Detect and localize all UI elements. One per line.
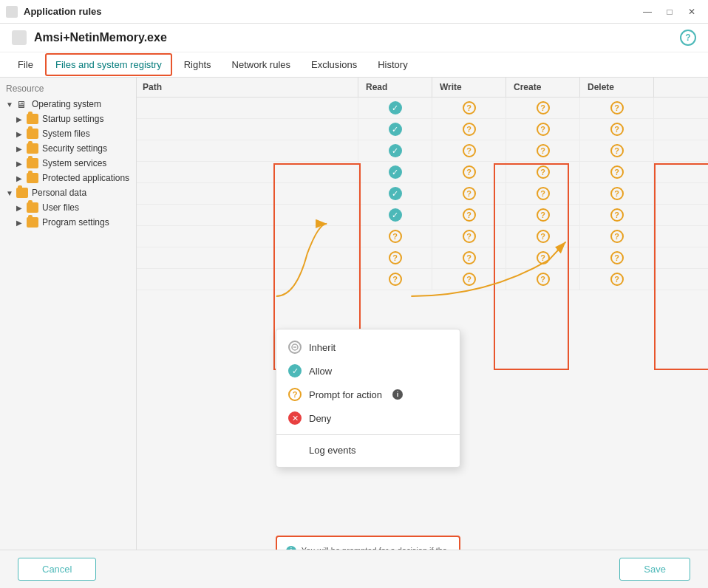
- question-icon: ?: [610, 273, 624, 286]
- tab-files-system-registry[interactable]: Files and system registry: [45, 53, 172, 76]
- cell-create[interactable]: ?: [506, 183, 580, 204]
- table-row[interactable]: ✓ ? ? ?: [137, 119, 708, 140]
- cell-write[interactable]: ?: [432, 247, 506, 268]
- cell-write[interactable]: ?: [432, 119, 506, 140]
- folder-icon: [27, 217, 38, 228]
- question-icon: ?: [463, 165, 476, 179]
- tree-item-system-services[interactable]: ▶ System services: [0, 156, 136, 171]
- cell-delete[interactable]: ?: [580, 183, 654, 204]
- cell-path: [137, 226, 358, 247]
- cell-delete[interactable]: ?: [580, 162, 654, 182]
- tab-network-rules[interactable]: Network rules: [223, 55, 299, 75]
- cell-delete[interactable]: ?: [580, 269, 654, 290]
- check-icon: ✓: [389, 165, 402, 179]
- cell-path: [137, 247, 358, 268]
- table-row[interactable]: ✓ ? ? ?: [137, 98, 708, 119]
- cell-write[interactable]: ?: [432, 162, 506, 182]
- cancel-button[interactable]: Cancel: [18, 558, 96, 581]
- cell-write[interactable]: ?: [432, 205, 506, 225]
- cell-create[interactable]: ?: [506, 98, 580, 118]
- dropdown-divider: [276, 434, 460, 435]
- cell-delete[interactable]: ?: [580, 226, 654, 247]
- tree-item-operating-system[interactable]: ▼ 🖥 Operating system: [0, 97, 136, 112]
- tree-item-program-settings[interactable]: ▶ Program settings: [0, 215, 136, 230]
- col-write: Write: [432, 78, 506, 97]
- cell-create[interactable]: ?: [506, 140, 580, 161]
- dropdown-allow[interactable]: ✓ Allow: [276, 359, 460, 383]
- prompt-label: Prompt for action: [309, 389, 382, 400]
- tree-label: Program settings: [42, 217, 109, 228]
- cell-delete[interactable]: ?: [580, 247, 654, 268]
- col-read: Read: [358, 78, 432, 97]
- table-row[interactable]: ✓ ? ? ?: [137, 140, 708, 162]
- cell-read[interactable]: ?: [358, 226, 432, 247]
- cell-delete[interactable]: ?: [580, 140, 654, 161]
- cell-create[interactable]: ?: [506, 269, 580, 290]
- table-row[interactable]: ✓ ? ? ?: [137, 205, 708, 226]
- application-window: Application rules — □ ✕ Amsi+NetinMemory…: [0, 0, 708, 588]
- tabs-bar: File Files and system registry Rights Ne…: [0, 52, 708, 78]
- table-row[interactable]: ? ? ? ?: [137, 269, 708, 290]
- cell-write[interactable]: ?: [432, 226, 506, 247]
- question-icon: ?: [610, 144, 624, 157]
- tree-label: System services: [42, 158, 106, 168]
- dropdown-inherit[interactable]: Inherit: [276, 335, 460, 359]
- question-icon: ?: [463, 273, 476, 286]
- cell-delete[interactable]: ?: [580, 205, 654, 225]
- table-row[interactable]: ? ? ? ?: [137, 226, 708, 247]
- cell-read[interactable]: ✓: [358, 119, 432, 140]
- table-row[interactable]: ? ? ? ?: [137, 247, 708, 269]
- computer-icon: 🖥: [16, 99, 28, 109]
- cell-create[interactable]: ?: [506, 119, 580, 140]
- question-icon: ?: [537, 187, 550, 200]
- cell-path: [137, 98, 358, 118]
- save-button[interactable]: Save: [619, 558, 690, 581]
- tree-item-security-settings[interactable]: ▶ Security settings: [0, 141, 136, 156]
- check-icon: ✓: [389, 208, 402, 222]
- cell-read[interactable]: ✓: [358, 162, 432, 182]
- tree-item-protected-applications[interactable]: ▶ Protected applications: [0, 171, 136, 185]
- tab-history[interactable]: History: [369, 55, 416, 75]
- cell-write[interactable]: ?: [432, 183, 506, 204]
- dropdown-log-events[interactable]: Log events: [276, 440, 460, 461]
- tab-file[interactable]: File: [9, 55, 42, 75]
- cell-create[interactable]: ?: [506, 205, 580, 225]
- close-button[interactable]: ✕: [681, 1, 702, 22]
- deny-label: Deny: [309, 413, 331, 424]
- minimize-button[interactable]: —: [637, 1, 658, 22]
- titlebar-left: Application rules: [6, 6, 101, 18]
- cell-create[interactable]: ?: [506, 226, 580, 247]
- question-icon: ?: [463, 123, 476, 136]
- folder-icon: [27, 114, 38, 124]
- tree-header: Resource: [0, 81, 136, 97]
- dropdown-deny[interactable]: ✕ Deny: [276, 406, 460, 430]
- table-body: ✓ ? ? ? ✓ ? ? ? ✓ ? ?: [137, 98, 708, 550]
- tab-rights[interactable]: Rights: [175, 55, 220, 75]
- cell-read[interactable]: ✓: [358, 98, 432, 118]
- question-icon: ?: [610, 208, 624, 222]
- dropdown-prompt[interactable]: ? Prompt for action i: [276, 383, 460, 406]
- cell-write[interactable]: ?: [432, 269, 506, 290]
- tree-item-user-files[interactable]: ▶ User files: [0, 200, 136, 215]
- cell-read[interactable]: ✓: [358, 205, 432, 225]
- cell-create[interactable]: ?: [506, 162, 580, 182]
- tree-item-personal-data[interactable]: ▼ Personal data: [0, 185, 136, 200]
- cell-read[interactable]: ✓: [358, 140, 432, 161]
- cell-read[interactable]: ?: [358, 247, 432, 268]
- cell-read[interactable]: ✓: [358, 183, 432, 204]
- cell-delete[interactable]: ?: [580, 119, 654, 140]
- cell-write[interactable]: ?: [432, 98, 506, 118]
- tree-item-startup-settings[interactable]: ▶ Startup settings: [0, 112, 136, 126]
- maximize-button[interactable]: □: [659, 1, 680, 22]
- tree-label: User files: [42, 202, 79, 213]
- tree-item-system-files[interactable]: ▶ System files: [0, 126, 136, 141]
- cell-read[interactable]: ?: [358, 269, 432, 290]
- table-row[interactable]: ✓ ? ? ?: [137, 162, 708, 183]
- tab-exclusions[interactable]: Exclusions: [302, 55, 366, 75]
- cell-write[interactable]: ?: [432, 140, 506, 161]
- cell-delete[interactable]: ?: [580, 98, 654, 118]
- table-row[interactable]: ✓ ? ? ?: [137, 183, 708, 205]
- check-icon: ✓: [389, 101, 402, 114]
- cell-create[interactable]: ?: [506, 247, 580, 268]
- help-icon[interactable]: ?: [680, 30, 696, 46]
